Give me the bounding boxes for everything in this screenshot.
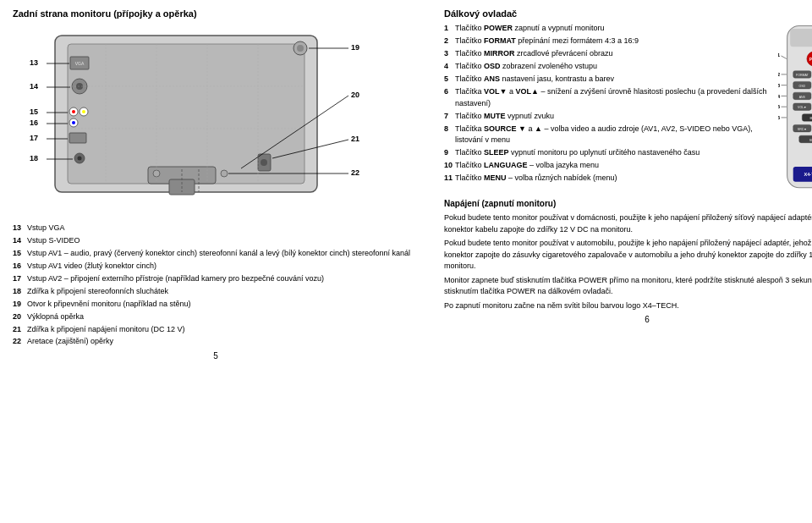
right-title: Dálkový ovladač <box>444 8 812 19</box>
desc-20: 20 Výklopná opěrka <box>13 311 419 323</box>
svg-text:OSD: OSD <box>799 85 806 88</box>
svg-text:18: 18 <box>30 154 38 162</box>
svg-text:X4-TECH: X4-TECH <box>804 172 812 177</box>
svg-rect-52 <box>790 29 812 47</box>
item-1: 1 Tlačítko POWER zapnutí a vypnutí monit… <box>444 23 771 35</box>
svg-text:4: 4 <box>778 94 781 99</box>
svg-text:21: 21 <box>351 135 359 143</box>
left-descriptions: 13 Vstup VGA 14 Vstup S-VIDEO 15 Vstup A… <box>13 223 419 348</box>
svg-text:VGA: VGA <box>75 61 85 66</box>
svg-text:1: 1 <box>778 52 780 58</box>
svg-point-7 <box>72 110 75 113</box>
power-section: Napájení (zapnutí monitoru) Pokud budete… <box>444 197 812 311</box>
desc-18: 18 Zdířka k připojení stereofonních sluc… <box>13 286 419 298</box>
svg-point-16 <box>297 45 304 52</box>
svg-line-81 <box>782 56 787 59</box>
desc-15: 15 Vstup AV1 – audio, pravý (červený kon… <box>13 248 419 260</box>
svg-rect-12 <box>69 133 86 143</box>
remote-section: 1 Tlačítko POWER zapnutí a vypnutí monit… <box>444 23 812 192</box>
svg-text:16: 16 <box>30 118 38 127</box>
item-10: 10 Tlačítko LANGUAGE – volba jazyka menu <box>444 160 771 172</box>
remote-list-main: 1 Tlačítko POWER zapnutí a vypnutí monit… <box>444 23 771 192</box>
left-title: Zadní strana monitoru (přípojky a opěrka… <box>13 8 419 19</box>
svg-point-20 <box>261 159 267 166</box>
desc-13: 13 Vstup VGA <box>13 223 419 234</box>
item-8: 8 Tlačítka SOURCE ▼ a ▲ – volba video a … <box>444 124 771 147</box>
svg-point-14 <box>78 157 82 161</box>
svg-text:15: 15 <box>30 107 38 116</box>
power-title: Napájení (zapnutí monitoru) <box>444 197 812 210</box>
desc-14: 14 Vstup S-VIDEO <box>13 235 419 247</box>
item-11: 11 Tlačítko MENU – volba různých nabídek… <box>444 173 771 184</box>
remote-image: PWR FORMAT MIRROR OSD LANG ANS MENU <box>778 23 812 192</box>
svg-text:13: 13 <box>30 58 38 67</box>
svg-text:6: 6 <box>778 115 780 120</box>
item-5: 5 Tlačítko ANS nastavení jasu, kontrastu… <box>444 74 771 85</box>
item-6: 6 Tlačítka VOL▼ a VOL▲ – snížení a zvýše… <box>444 86 771 110</box>
device-diagram: VGA <box>13 23 419 217</box>
svg-text:3: 3 <box>778 83 780 88</box>
svg-text:22: 22 <box>351 168 359 177</box>
svg-text:17: 17 <box>30 134 38 142</box>
svg-text:FORMAT: FORMAT <box>796 74 809 77</box>
right-page-num: 6 <box>444 315 812 324</box>
power-text-2: Pokud budete tento monitor používat v au… <box>444 238 812 273</box>
svg-text:VOL▼: VOL▼ <box>798 106 807 109</box>
svg-point-22 <box>221 170 228 177</box>
desc-22: 22 Aretace (zajištění) opěrky <box>13 336 419 348</box>
svg-text:ANS: ANS <box>799 96 806 99</box>
item-2: 2 Tlačítko FORMAT přepínání mezi formáte… <box>444 36 771 47</box>
item-4: 4 Tlačítko OSD zobrazení zvoleného vstup… <box>444 61 771 73</box>
svg-text:19: 19 <box>351 43 359 52</box>
item-9: 9 Tlačítko SLEEP vypnutí monitoru po upl… <box>444 147 771 159</box>
desc-16: 16 Vstup AV1 video (žlutý konektor cinch… <box>13 261 419 273</box>
svg-text:SRC▼: SRC▼ <box>798 128 807 131</box>
svg-text:2: 2 <box>778 72 780 77</box>
left-page-num: 5 <box>13 351 419 361</box>
svg-point-9 <box>82 110 85 113</box>
svg-text:5: 5 <box>778 104 780 109</box>
svg-text:14: 14 <box>30 82 38 91</box>
power-text-1: Pokud budete tento monitor používat v do… <box>444 212 812 235</box>
item-3: 3 Tlačítko MIRROR zrcadlové převrácení o… <box>444 48 771 60</box>
svg-point-11 <box>72 121 75 124</box>
power-text-4: Po zapnutí monitoru začne na něm svítit … <box>444 300 812 312</box>
power-text-3: Monitor zapnete buď stisknutím tlačítka … <box>444 275 812 298</box>
desc-19: 19 Otvor k připevnění monitoru (napříkla… <box>13 299 419 311</box>
desc-17: 17 Vstup AV2 – připojení externího příst… <box>13 273 419 285</box>
svg-text:20: 20 <box>351 91 359 99</box>
desc-21: 21 Zdířka k připojení napájení monitoru … <box>13 324 419 336</box>
item-7: 7 Tlačítko MUTE vypnutí zvuku <box>444 111 771 123</box>
